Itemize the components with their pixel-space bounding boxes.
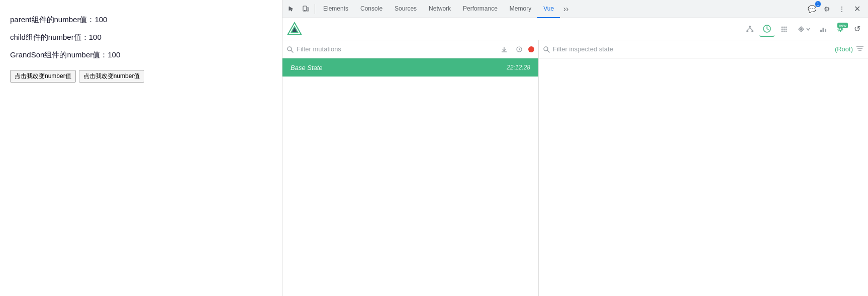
device-icon-btn[interactable] <box>299 2 313 16</box>
mutation-name: Base State <box>291 64 323 71</box>
topbar-divider-1 <box>315 4 315 14</box>
svg-point-30 <box>544 47 548 51</box>
vue-refresh-btn[interactable]: ↺ <box>850 22 864 36</box>
vue-settings-btn[interactable] <box>833 22 848 37</box>
settings-icon-btn[interactable]: ⚙ <box>820 2 834 16</box>
tab-network[interactable]: Network <box>423 0 457 18</box>
chat-badge-wrapper: 💬 1 <box>805 2 819 16</box>
cursor-icon-btn[interactable] <box>284 2 299 16</box>
vue-settings-icon <box>836 25 845 34</box>
more-options-btn[interactable]: ⋮ <box>835 2 849 16</box>
grid-icon <box>780 25 789 34</box>
tab-elements[interactable]: Elements <box>317 0 354 18</box>
more-tabs-btn[interactable]: ›› <box>560 2 572 16</box>
record-toggle-btn[interactable] <box>528 46 534 52</box>
vue-logo <box>286 21 303 37</box>
change-number-btn-1[interactable]: 点击我改变number值 <box>10 70 76 83</box>
devtools-topbar: Elements Console Sources Network Perform… <box>282 0 868 18</box>
svg-point-25 <box>287 47 292 51</box>
svg-point-14 <box>786 26 787 28</box>
tab-performance[interactable]: Performance <box>457 0 504 18</box>
svg-point-18 <box>782 30 783 32</box>
svg-point-13 <box>784 26 785 28</box>
component-tree-icon <box>745 25 754 34</box>
download-mutations-btn[interactable] <box>498 43 510 55</box>
svg-rect-23 <box>825 29 826 32</box>
mutations-panel: Base State 22:12:28 <box>282 40 539 296</box>
state-search-bar: (Root) <box>539 40 868 58</box>
bar-chart-icon <box>819 25 828 34</box>
vue-devtools-panel: ↺ <box>282 18 868 296</box>
component-tree-btn[interactable] <box>742 22 757 37</box>
tab-vue[interactable]: Vue <box>537 0 560 18</box>
svg-point-20 <box>786 30 787 32</box>
clock-filter-btn[interactable] <box>513 43 525 55</box>
svg-line-31 <box>548 50 550 52</box>
child-number-text: child组件的number值：100 <box>10 33 272 42</box>
mutation-item[interactable]: Base State 22:12:28 <box>282 58 538 77</box>
mutations-search-bar <box>282 40 538 58</box>
state-filter-btn[interactable] <box>856 45 864 53</box>
performance-btn[interactable] <box>816 22 831 37</box>
mutations-filter-input[interactable] <box>297 45 495 53</box>
mutations-search-icon <box>286 46 294 53</box>
svg-line-26 <box>292 50 294 52</box>
chevron-down-icon <box>806 27 811 32</box>
svg-rect-1 <box>307 8 309 11</box>
topbar-right-icons: 💬 1 ⚙ ⋮ ✕ <box>805 2 864 16</box>
svg-point-8 <box>751 30 753 32</box>
mutation-list: Base State 22:12:28 <box>282 58 538 296</box>
device-icon <box>302 6 309 13</box>
svg-point-15 <box>782 28 783 30</box>
change-number-btn-2[interactable]: 点击我改变number值 <box>79 70 145 83</box>
cursor-icon <box>288 6 295 13</box>
timeline-btn[interactable] <box>759 22 775 37</box>
timeline-icon <box>762 24 771 33</box>
tab-sources[interactable]: Sources <box>389 0 423 18</box>
svg-line-9 <box>747 28 750 30</box>
grid-btn[interactable] <box>777 22 792 37</box>
state-content <box>539 58 868 296</box>
page-content: parent组件的number值：100 child组件的number值：100… <box>0 0 282 296</box>
svg-line-10 <box>750 28 752 30</box>
svg-point-6 <box>749 26 751 28</box>
mutation-time: 22:12:28 <box>507 64 530 71</box>
close-devtools-btn[interactable]: ✕ <box>850 2 864 16</box>
page-buttons: 点击我改变number值 点击我改变number值 <box>10 70 272 83</box>
grandson-number-text: GrandSon组件的number值：100 <box>10 50 272 60</box>
state-search-icon <box>543 46 550 53</box>
route-icon <box>797 25 806 34</box>
route-btn[interactable] <box>794 22 814 37</box>
parent-number-text: parent组件的number值：100 <box>10 15 272 25</box>
vue-toolbar: ↺ <box>282 18 868 40</box>
svg-point-17 <box>786 28 787 30</box>
state-panel: (Root) <box>539 40 868 296</box>
svg-point-12 <box>782 26 783 28</box>
devtools-panel: Elements Console Sources Network Perform… <box>282 0 868 296</box>
svg-point-24 <box>839 28 842 30</box>
vue-main-content: Base State 22:12:28 (Root) <box>282 40 868 296</box>
svg-point-19 <box>784 30 785 32</box>
svg-point-7 <box>746 30 748 32</box>
chat-badge-count: 1 <box>815 1 821 7</box>
svg-rect-21 <box>820 30 822 32</box>
tab-memory[interactable]: Memory <box>504 0 537 18</box>
svg-rect-22 <box>823 28 824 32</box>
tab-console[interactable]: Console <box>354 0 389 18</box>
state-filter-input[interactable] <box>553 45 828 53</box>
svg-point-16 <box>784 28 785 30</box>
state-root-label: (Root) <box>835 45 853 53</box>
